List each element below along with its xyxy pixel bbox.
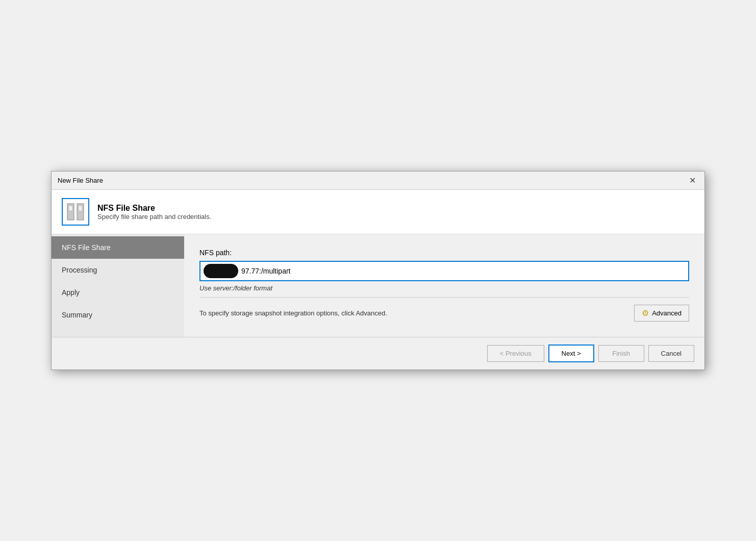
file-share-icon-svg <box>66 203 85 221</box>
cancel-button[interactable]: Cancel <box>648 345 694 362</box>
svg-rect-1 <box>69 206 72 211</box>
nfs-path-input[interactable] <box>238 264 688 278</box>
title-bar: New File Share ✕ <box>52 171 704 190</box>
dialog: New File Share ✕ NFS File Share Specify … <box>51 171 705 370</box>
previous-button[interactable]: < Previous <box>487 345 544 362</box>
sidebar: NFS File Share Processing Apply Summary <box>52 234 184 337</box>
nfs-path-input-wrapper <box>199 261 689 281</box>
nfs-path-label: NFS path: <box>199 249 689 257</box>
sidebar-item-apply[interactable]: Apply <box>52 281 184 304</box>
header: NFS File Share Specify file share path a… <box>52 190 704 234</box>
nfs-icon <box>62 198 89 226</box>
dialog-title: New File Share <box>58 177 103 184</box>
redacted-ip <box>204 264 238 278</box>
bottom-info-bar: To specify storage snapshot integration … <box>199 297 689 327</box>
finish-button[interactable]: Finish <box>598 345 644 362</box>
advanced-button[interactable]: ⚙ Advanced <box>634 305 689 322</box>
advanced-label: Advanced <box>652 309 682 317</box>
sidebar-item-processing[interactable]: Processing <box>52 259 184 281</box>
body: NFS File Share Processing Apply Summary … <box>52 234 704 337</box>
svg-rect-3 <box>79 206 82 211</box>
bottom-info-text: To specify storage snapshot integration … <box>199 309 387 317</box>
close-button[interactable]: ✕ <box>686 175 698 187</box>
header-subtitle: Specify file share path and credentials. <box>97 213 211 220</box>
sidebar-item-summary[interactable]: Summary <box>52 304 184 326</box>
gear-icon: ⚙ <box>642 308 649 318</box>
main-content: NFS path: Use server:/folder format To s… <box>184 234 704 337</box>
footer: < Previous Next > Finish Cancel <box>52 337 704 370</box>
header-text: NFS File Share Specify file share path a… <box>97 204 211 220</box>
sidebar-item-nfs-file-share[interactable]: NFS File Share <box>52 236 184 259</box>
next-button[interactable]: Next > <box>548 345 594 362</box>
nfs-hint: Use server:/folder format <box>199 284 689 292</box>
header-title: NFS File Share <box>97 204 211 213</box>
